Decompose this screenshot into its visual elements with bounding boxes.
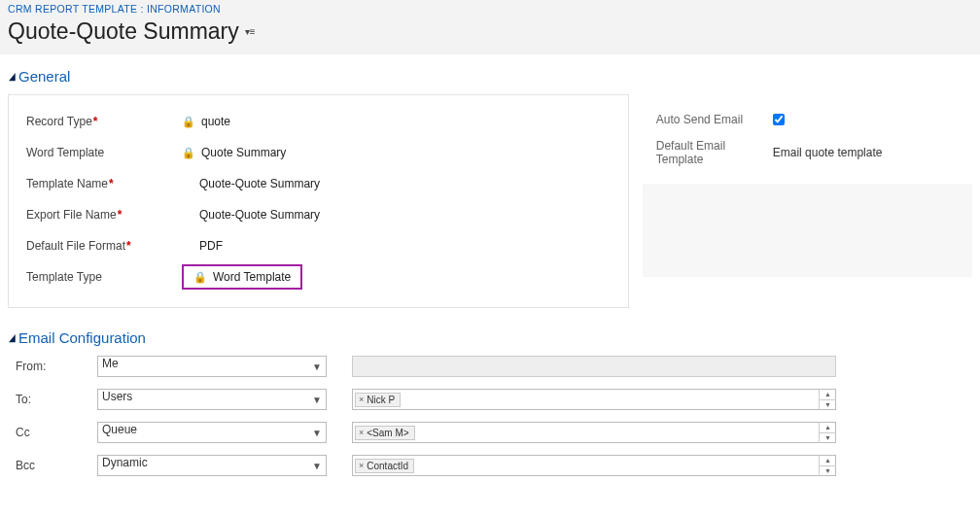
title-row: Quote-Quote Summary ▾≡ [8,18,972,45]
tokens-cc-wrap[interactable]: ×<Sam M> ▲▼ [352,422,836,443]
label-cc: Cc [16,426,97,439]
value-template-type[interactable]: Word Template [213,270,291,284]
label-to: To: [16,393,97,406]
general-panel-left: Record Type* 🔒 quote Word Template 🔒 Quo… [8,94,629,308]
token-remove-icon[interactable]: × [359,428,364,437]
spinner-down-icon[interactable]: ▼ [820,400,836,411]
collapse-caret-icon: ◢ [9,331,15,344]
label-template-name: Template Name* [26,177,182,190]
spinner-up-icon[interactable]: ▲ [820,389,836,400]
token-bcc-0[interactable]: ×ContactId [355,459,414,473]
token-remove-icon[interactable]: × [359,461,364,470]
tokens-bcc[interactable]: ×ContactId [352,455,836,476]
general-body: Record Type* 🔒 quote Word Template 🔒 Quo… [8,94,972,308]
breadcrumb: CRM REPORT TEMPLATE : INFORMATION [8,3,972,15]
token-remove-icon[interactable]: × [359,395,364,404]
select-to[interactable]: Users [97,389,327,410]
label-auto-send-email: Auto Send Email [656,113,773,126]
label-export-file-name: Export File Name* [26,208,182,222]
header-band: CRM REPORT TEMPLATE : INFORMATION Quote-… [0,0,980,54]
general-panel-right: Auto Send Email Default Email Template E… [643,94,972,308]
spinner-up-icon[interactable]: ▲ [820,422,836,433]
page-title: Quote-Quote Summary [8,18,239,45]
section-header-general[interactable]: ◢ General [8,68,972,85]
label-default-email-template: Default Email Template [656,139,773,166]
field-default-file-format: Default File Format* PDF [26,231,611,260]
select-from-wrap[interactable]: Me ▼ [97,356,327,377]
select-bcc[interactable]: Dynamic [97,455,327,476]
spinner-to[interactable]: ▲▼ [819,389,836,410]
checkbox-auto-send-email[interactable] [773,114,785,125]
value-record-type[interactable]: quote [201,115,230,128]
token-to-0[interactable]: ×Nick P [355,393,401,407]
label-default-file-format: Default File Format* [26,239,182,253]
tokens-to-wrap[interactable]: ×Nick P ▲▼ [352,389,836,410]
general-panel-right-fields: Auto Send Email Default Email Template E… [643,94,972,184]
label-record-type: Record Type* [26,115,182,128]
field-template-type: Template Type 🔒 Word Template [26,262,611,292]
email-row-from: From: Me ▼ [8,356,972,377]
field-word-template: Word Template 🔒 Quote Summary [26,138,611,167]
spinner-up-icon[interactable]: ▲ [820,455,836,466]
spinner-bcc[interactable]: ▲▼ [819,455,836,476]
tokens-from-wrap [352,356,836,377]
email-row-cc: Cc Queue ▼ ×<Sam M> ▲▼ [8,422,972,443]
select-bcc-wrap[interactable]: Dynamic ▼ [97,455,327,476]
value-template-name[interactable]: Quote-Quote Summary [199,177,320,190]
label-from: From: [16,360,97,373]
section-title-general: General [18,68,70,85]
tokens-from [352,356,836,377]
select-to-wrap[interactable]: Users ▼ [97,389,327,410]
email-row-bcc: Bcc Dynamic ▼ ×ContactId ▲▼ [8,455,972,476]
tokens-cc[interactable]: ×<Sam M> [352,422,836,443]
value-word-template[interactable]: Quote Summary [201,146,286,159]
value-default-file-format[interactable]: PDF [199,239,223,253]
select-from[interactable]: Me [97,356,327,377]
label-bcc: Bcc [16,459,97,472]
lock-icon: 🔒 [182,116,195,128]
spinner-cc[interactable]: ▲▼ [819,422,836,443]
email-row-to: To: Users ▼ ×Nick P ▲▼ [8,389,972,410]
template-type-highlight: 🔒 Word Template [182,264,302,290]
lock-icon: 🔒 [193,271,207,284]
collapse-caret-icon: ◢ [9,70,15,83]
title-menu-icon[interactable]: ▾≡ [245,26,256,37]
spinner-down-icon[interactable]: ▼ [820,433,836,444]
general-panel-right-notes[interactable] [643,184,972,277]
email-section: ◢ Email Configuration From: Me ▼ To: Use… [8,329,972,476]
label-word-template: Word Template [26,146,182,159]
select-cc[interactable]: Queue [97,422,327,443]
tokens-to[interactable]: ×Nick P [352,389,836,410]
spinner-down-icon[interactable]: ▼ [820,466,836,477]
field-export-file-name: Export File Name* Quote-Quote Summary [26,200,611,229]
field-record-type: Record Type* 🔒 quote [26,107,611,136]
value-default-email-template[interactable]: Email quote template [773,146,883,159]
section-title-email: Email Configuration [18,329,146,346]
select-cc-wrap[interactable]: Queue ▼ [97,422,327,443]
section-header-email[interactable]: ◢ Email Configuration [8,329,972,346]
field-auto-send-email: Auto Send Email [656,104,959,135]
token-cc-0[interactable]: ×<Sam M> [355,426,415,440]
label-template-type: Template Type [26,270,182,284]
field-template-name: Template Name* Quote-Quote Summary [26,169,611,198]
content: ◢ General Record Type* 🔒 quote Word Temp… [0,54,980,515]
field-default-email-template: Default Email Template Email quote templ… [656,137,959,168]
lock-icon: 🔒 [182,147,195,159]
tokens-bcc-wrap[interactable]: ×ContactId ▲▼ [352,455,836,476]
value-export-file-name[interactable]: Quote-Quote Summary [199,208,320,222]
